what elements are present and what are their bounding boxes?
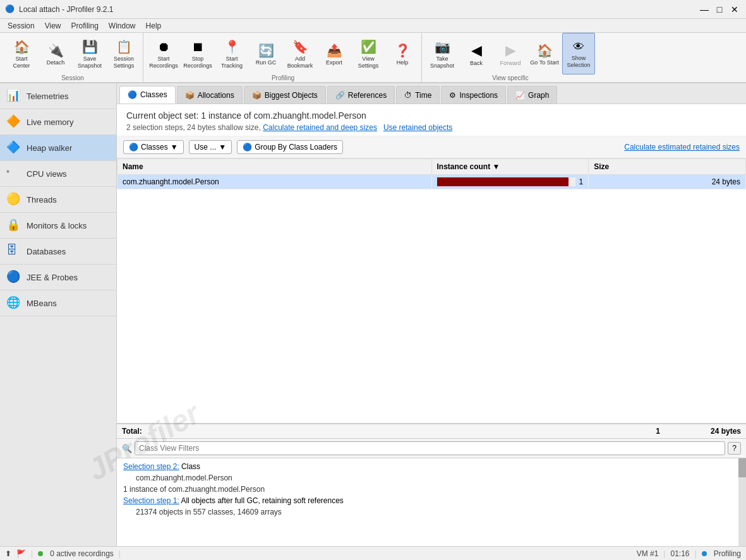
minimize-button[interactable]: — <box>698 3 711 16</box>
selection-scrollbar-thumb[interactable] <box>738 458 746 477</box>
time-tab-icon: ⏱ <box>404 91 412 100</box>
use-dropdown[interactable]: Use ... ▼ <box>189 140 232 154</box>
view-settings-icon: ✅ <box>361 39 376 54</box>
references-tab-label: References <box>348 91 387 100</box>
app-icon: 🔵 <box>5 4 15 15</box>
selection-scrollbar[interactable] <box>738 458 746 546</box>
detach-button[interactable]: 🔌 Detach <box>39 33 72 74</box>
sidebar-item-databases[interactable]: 🗄 Databases <box>0 239 116 265</box>
export-button[interactable]: 📤 Export <box>318 33 351 74</box>
session-settings-button[interactable]: 📋 Session Settings <box>107 33 140 74</box>
sidebar-item-telemetries[interactable]: 📊 Telemetries <box>0 83 116 109</box>
classes-dropdown-label: Classes <box>141 143 168 152</box>
statusbar: ⬆ 🚩 | 0 active recordings | VM #1 | 01:1… <box>0 546 746 560</box>
inspections-tab-label: Inspections <box>459 91 498 100</box>
menu-profiling[interactable]: Profiling <box>66 20 104 32</box>
references-tab-icon: 🔗 <box>335 91 345 100</box>
use-retained-link[interactable]: Use retained objects <box>383 123 452 132</box>
heap-walker-icon: 🔷 <box>6 140 21 155</box>
tab-time[interactable]: ⏱ Time <box>396 86 440 104</box>
detach-icon: 🔌 <box>48 43 64 58</box>
col-header-instance-count[interactable]: Instance count ▼ <box>431 159 589 175</box>
tab-inspections[interactable]: ⚙ Inspections <box>441 86 506 104</box>
sidebar-item-heap-walker[interactable]: 🔷 Heap walker <box>0 135 116 161</box>
toolbar-view-specific-buttons: 📷 Take Snapshot ◀ Back ▶ Forward 🏠 Go To… <box>426 33 595 74</box>
back-label: Back <box>470 60 483 67</box>
use-dropdown-arrow: ▼ <box>219 143 226 152</box>
databases-label: Databases <box>27 247 66 256</box>
instance-count-cell: 1 <box>431 175 589 189</box>
back-button[interactable]: ◀ Back <box>460 33 493 74</box>
sidebar-item-live-memory[interactable]: 🔶 Live memory <box>0 109 116 135</box>
status-separator4: | <box>695 549 697 558</box>
progress-bar-fill <box>437 177 569 186</box>
toolbar-group-view-specific: 📷 Take Snapshot ◀ Back ▶ Forward 🏠 Go To… <box>423 33 598 82</box>
go-to-start-label: Go To Start <box>530 59 558 66</box>
menu-window[interactable]: Window <box>104 20 141 32</box>
start-tracking-label: Start Tracking <box>217 56 246 69</box>
calc-estimated-link[interactable]: Calculate estimated retained sizes <box>624 143 740 152</box>
databases-icon: 🗄 <box>6 244 21 259</box>
tab-references[interactable]: 🔗 References <box>327 86 395 104</box>
maximize-button[interactable]: □ <box>713 3 726 16</box>
sidebar-item-jee-probes[interactable]: 🔵 JEE & Probes <box>0 265 116 290</box>
group-by-classloaders-button[interactable]: 🔵 Group By Class Loaders <box>237 140 343 154</box>
col-header-size[interactable]: Size <box>589 159 746 175</box>
classes-dropdown[interactable]: 🔵 Classes ▼ <box>123 140 184 154</box>
start-center-button[interactable]: 🏠 Start Center <box>5 33 38 74</box>
data-table: Name Instance count ▼ Size com.zhuanght.… <box>117 158 746 423</box>
run-gc-button[interactable]: 🔄 Run GC <box>250 33 282 74</box>
class-name-cell: com.zhuanght.model.Person <box>117 175 432 189</box>
profiling-label: Profiling <box>714 549 741 558</box>
start-recordings-label: Start Recordings <box>149 56 178 69</box>
close-button[interactable]: ✕ <box>728 3 741 16</box>
calc-retained-link[interactable]: Calculate retained and deep sizes <box>263 123 377 132</box>
toolbar-session-buttons: 🏠 Start Center 🔌 Detach 💾 Save Snapshot … <box>5 33 140 74</box>
allocations-tab-icon: 📦 <box>185 91 195 100</box>
classes-tab-icon: 🔵 <box>128 90 137 99</box>
menu-help[interactable]: Help <box>141 20 167 32</box>
status-flag-icon: 🚩 <box>16 549 26 558</box>
tab-biggest-objects[interactable]: 📦 Biggest Objects <box>244 86 326 104</box>
selection-step1-result: 21374 objects in 557 classes, 14609 arra… <box>123 508 740 516</box>
go-to-start-button[interactable]: 🏠 Go To Start <box>528 33 561 74</box>
go-to-start-icon: 🏠 <box>537 43 553 58</box>
col-header-name[interactable]: Name <box>117 159 432 175</box>
sidebar-item-cpu-views[interactable]: ▪ CPU views <box>0 161 116 187</box>
sidebar-item-mbeans[interactable]: 🌐 MBeans <box>0 290 116 316</box>
toolbar-group-profiling: ⏺ Start Recordings ⏹ Stop Recordings 📍 S… <box>145 33 422 82</box>
sidebar-item-monitors-locks[interactable]: 🔒 Monitors & locks <box>0 213 116 239</box>
total-size: 24 bytes <box>665 427 741 436</box>
add-bookmark-button[interactable]: 🔖 Add Bookmark <box>284 33 316 74</box>
selection-panel: Selection step 2: Class com.zhuanght.mod… <box>117 458 746 546</box>
view-settings-button[interactable]: ✅ View Settings <box>352 33 385 74</box>
heap-walker-label: Heap walker <box>27 143 72 153</box>
table-row[interactable]: com.zhuanght.model.Person 1 24 bytes <box>117 175 746 189</box>
save-snapshot-button[interactable]: 💾 Save Snapshot <box>73 33 106 74</box>
take-snapshot-label: Take Snapshot <box>428 56 457 69</box>
forward-button[interactable]: ▶ Forward <box>494 33 527 74</box>
filter-input[interactable] <box>135 441 725 455</box>
size-cell: 24 bytes <box>589 175 746 189</box>
menu-session[interactable]: Session <box>3 20 40 32</box>
start-recordings-button[interactable]: ⏺ Start Recordings <box>147 33 180 74</box>
selection-step1-link[interactable]: Selection step 1: <box>123 496 179 505</box>
tab-classes[interactable]: 🔵 Classes <box>119 86 176 104</box>
menu-view[interactable]: View <box>40 20 66 32</box>
add-bookmark-icon: 🔖 <box>292 39 308 54</box>
filter-help-button[interactable]: ? <box>728 442 741 455</box>
classes-dropdown-arrow: ▼ <box>171 143 178 152</box>
selection-step2-link[interactable]: Selection step 2: <box>123 462 179 471</box>
object-subtitle: 2 selection steps, 24 bytes shallow size… <box>126 123 737 132</box>
start-tracking-button[interactable]: 📍 Start Tracking <box>215 33 248 74</box>
take-snapshot-button[interactable]: 📷 Take Snapshot <box>426 33 459 74</box>
live-memory-icon: 🔶 <box>6 114 21 129</box>
stop-recordings-button[interactable]: ⏹ Stop Recordings <box>181 33 214 74</box>
tab-graph[interactable]: 📈 Graph <box>507 86 557 104</box>
help-button[interactable]: ❓ Help <box>386 33 419 74</box>
tab-allocations[interactable]: 📦 Allocations <box>177 86 243 104</box>
show-selection-button[interactable]: 👁 Show Selection <box>562 33 595 74</box>
sidebar-item-threads[interactable]: 🟡 Threads <box>0 187 116 213</box>
filter-search-icon: 🔍 <box>122 444 132 453</box>
telemetries-label: Telemetries <box>27 92 68 101</box>
